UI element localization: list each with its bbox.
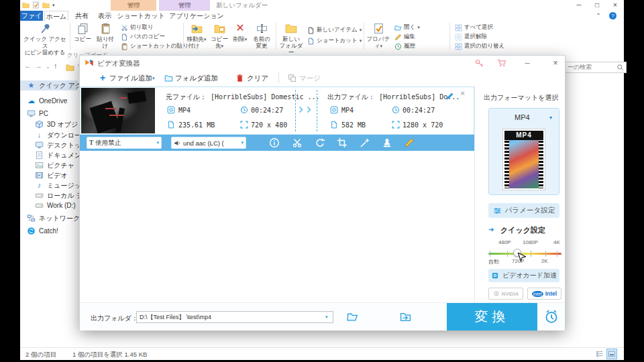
search-input[interactable]: ーの検索 bbox=[565, 62, 627, 73]
schedule-alarm-icon[interactable] bbox=[544, 309, 559, 324]
audio-track-select[interactable]: und aac (LC) ( ▾ bbox=[171, 137, 246, 149]
add-file-button[interactable]: ファイル追加 bbox=[109, 74, 152, 83]
gpu-acceleration-label: ビデオカード加速 bbox=[502, 271, 557, 280]
ribbon-rename-button[interactable]: 名前の 変更 bbox=[250, 21, 273, 49]
qat-chevron-down-icon[interactable]: ▾ bbox=[52, 3, 55, 8]
star-icon: ★ bbox=[27, 81, 36, 90]
cut-scissors-icon[interactable] bbox=[292, 137, 303, 148]
ribbon-cut-button[interactable]: 切り取り bbox=[121, 23, 153, 32]
format-thumbnail[interactable]: MP4 bbox=[502, 129, 545, 190]
output-folder-input[interactable] bbox=[136, 311, 333, 323]
ribbon-open-button[interactable]: 開く▾ bbox=[394, 23, 420, 32]
register-key-icon[interactable] bbox=[473, 58, 485, 68]
format-chevron-icon[interactable]: ▾ bbox=[549, 115, 552, 121]
ribbon-paste-button[interactable]: 貼り付け bbox=[94, 21, 117, 49]
add-file-chevron-icon[interactable]: ▾ bbox=[152, 76, 155, 81]
crop-icon[interactable] bbox=[337, 137, 347, 148]
tab-share[interactable]: 共有 bbox=[71, 11, 93, 21]
merge-button[interactable]: マージ bbox=[299, 74, 321, 83]
properties-icon[interactable] bbox=[32, 1, 40, 9]
ribbon-copy-button[interactable]: コピー bbox=[72, 21, 93, 42]
nvidia-toggle-button[interactable]: NVIDIA bbox=[488, 288, 523, 300]
sidebar-item-videos[interactable]: ビデオ bbox=[20, 170, 68, 180]
close-button[interactable]: × bbox=[608, 0, 623, 10]
purchase-cart-icon[interactable] bbox=[496, 58, 508, 68]
convert-button[interactable]: 変換 bbox=[447, 303, 537, 330]
large-icons-view-button[interactable] bbox=[606, 349, 617, 359]
tab-file[interactable]: ファイル bbox=[20, 11, 43, 21]
ribbon-select-all-button[interactable]: すべて選択 bbox=[455, 23, 493, 32]
open-output-folder-icon[interactable] bbox=[400, 311, 411, 322]
clear-button[interactable]: クリア bbox=[247, 74, 268, 83]
ribbon-delete-button[interactable]: ✕ 削除▾ bbox=[231, 21, 249, 43]
ribbon-paste-shortcut-button[interactable]: ショートカットの貼り付け bbox=[121, 42, 200, 50]
effects-wand-icon[interactable] bbox=[360, 137, 370, 148]
folder-icon[interactable] bbox=[42, 1, 50, 9]
ribbon-invert-selection-button[interactable]: 選択の切り替え bbox=[455, 42, 504, 50]
arrow-chevron-icon bbox=[299, 106, 306, 113]
edit-pen-icon[interactable] bbox=[404, 137, 415, 148]
sidebar-item-catch[interactable]: Catch! bbox=[20, 226, 58, 236]
gpu-acceleration-button[interactable]: ビデオカード加速 bbox=[488, 269, 559, 282]
add-folder-icon bbox=[164, 74, 173, 82]
file-item-row[interactable]: 元ファイル： [HorribleSubs] Domestic ... MP4 0… bbox=[80, 86, 474, 135]
sidebar-item-pictures[interactable]: ピクチャ bbox=[20, 160, 74, 170]
sidebar-item-desktop[interactable]: デスクトップ bbox=[20, 140, 88, 150]
sidebar-item-downloads[interactable]: ↓ ダウンロード bbox=[20, 130, 88, 140]
sidebar-item-quick-access[interactable]: ★ クイック アクセス bbox=[20, 80, 78, 90]
converter-close-button[interactable]: × bbox=[549, 58, 561, 68]
ribbon-shortcut-button[interactable]: ショートカット▾ bbox=[307, 37, 362, 45]
sidebar-item-network[interactable]: ネットワーク bbox=[20, 213, 80, 223]
info-icon[interactable] bbox=[269, 137, 280, 148]
subtitle-select[interactable]: T 使用禁止 ▾ bbox=[87, 137, 162, 149]
ribbon-move-to-button[interactable]: 移動先▾ bbox=[186, 21, 207, 43]
folder-icon[interactable] bbox=[22, 1, 30, 9]
tab-shortcut-tools[interactable]: ショートカット ツール bbox=[117, 11, 165, 21]
ribbon-edit-button[interactable]: 編集 bbox=[394, 33, 415, 41]
ribbon-label: パスのコピー bbox=[130, 33, 165, 41]
browse-folder-icon[interactable] bbox=[347, 311, 358, 322]
recent-locations-chevron-icon[interactable]: ⌄ bbox=[46, 64, 50, 70]
sidebar-item-documents[interactable]: ドキュメント bbox=[20, 150, 88, 160]
watermark-stamp-icon[interactable] bbox=[382, 137, 392, 148]
subtitle-value: 使用禁止 bbox=[95, 139, 121, 147]
cloud-icon: ☁ bbox=[27, 97, 36, 105]
details-view-icon[interactable] bbox=[596, 350, 604, 358]
forward-icon[interactable]: → bbox=[35, 62, 42, 70]
file-list-empty-area bbox=[80, 151, 474, 302]
converter-minimize-button[interactable]: ─ bbox=[521, 58, 533, 68]
slider-mark-1080p: 1080P bbox=[523, 239, 538, 245]
ribbon-new-item-button[interactable]: 新しいアイテム▾ bbox=[307, 26, 362, 34]
help-icon[interactable]: ? bbox=[609, 12, 616, 19]
sidebar-item-work-d[interactable]: Work (D:) bbox=[20, 200, 76, 210]
parameter-settings-label: パラメータ設定 bbox=[505, 206, 555, 215]
ribbon-pin-quick-access-button[interactable]: クイック アクセス にピン留めする bbox=[22, 21, 68, 56]
audio-track-value: und aac (LC) ( bbox=[183, 139, 224, 147]
minimize-button[interactable]: ─ bbox=[572, 0, 586, 10]
sidebar-item-music[interactable]: ♪ ミュージック bbox=[20, 180, 88, 190]
intel-toggle-button[interactable]: intel Intel bbox=[527, 288, 561, 300]
tab-view[interactable]: 表示 bbox=[94, 11, 115, 21]
tab-application-tools[interactable]: アプリケーション ツール bbox=[168, 11, 225, 21]
up-icon[interactable]: ↑ bbox=[54, 62, 58, 70]
parameter-settings-button[interactable]: パラメータ設定 bbox=[488, 203, 559, 218]
sidebar-item-onedrive[interactable]: ☁ OneDrive bbox=[20, 96, 67, 106]
sidebar-item-pc[interactable]: PC bbox=[20, 109, 48, 119]
rotate-icon[interactable] bbox=[315, 137, 325, 148]
tab-home[interactable]: ホーム bbox=[44, 11, 68, 21]
maximize-button[interactable]: □ bbox=[590, 0, 604, 10]
slider-tick bbox=[531, 251, 531, 257]
add-folder-button[interactable]: フォルダ追加 bbox=[175, 74, 218, 83]
ribbon-select-none-button[interactable]: 選択解除 bbox=[455, 33, 487, 41]
ribbon-copy-to-button[interactable]: コピー先▾ bbox=[209, 21, 230, 50]
output-folder-chevron-icon[interactable]: ▾ bbox=[325, 314, 328, 320]
remove-file-icon[interactable]: × bbox=[460, 88, 465, 98]
ribbon-label: プロパティ bbox=[367, 36, 390, 49]
ribbon-copy-path-button[interactable]: パスのコピー bbox=[121, 33, 165, 41]
ribbon-new-folder-button[interactable]: 新しい フォルダー bbox=[279, 21, 303, 56]
edit-output-pencil-icon[interactable] bbox=[445, 92, 454, 101]
back-icon[interactable]: ← bbox=[24, 62, 32, 70]
ribbon-history-button[interactable]: 履歴 bbox=[394, 42, 415, 50]
ribbon-properties-button[interactable]: プロパティ▾ bbox=[366, 21, 390, 50]
ribbon-collapse-icon[interactable]: ⌃ bbox=[593, 11, 604, 21]
